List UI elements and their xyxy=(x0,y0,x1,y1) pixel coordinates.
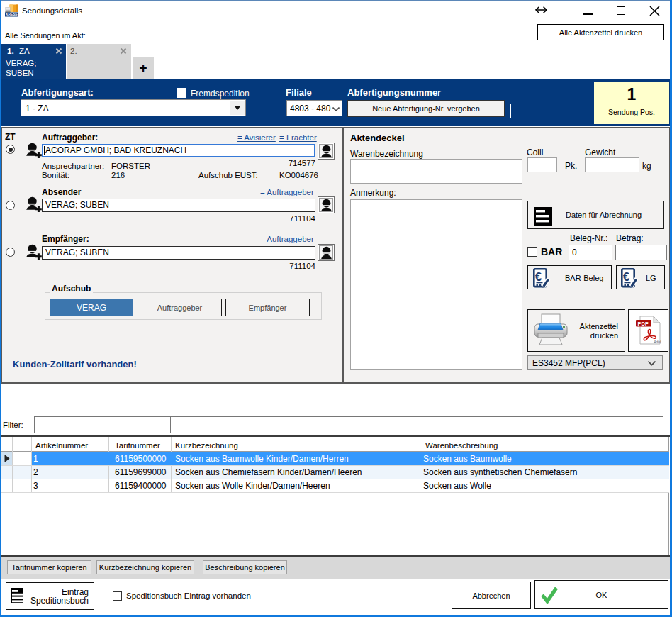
svg-text:€: € xyxy=(535,270,542,284)
svg-text:PDF: PDF xyxy=(638,321,649,327)
svg-text:KRESS: KRESS xyxy=(6,13,18,16)
svg-text:Adobe: Adobe xyxy=(653,340,661,344)
svg-text:€: € xyxy=(623,270,630,284)
